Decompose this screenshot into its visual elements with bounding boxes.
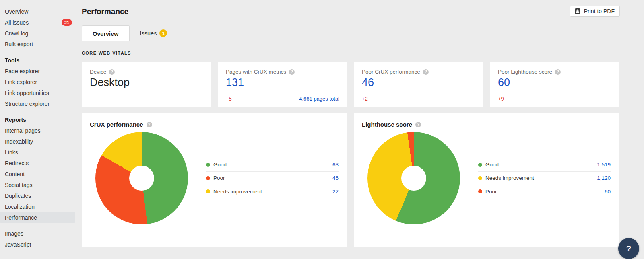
chart-body: Good 1,519 Needs improvement 1,120 (362, 132, 611, 224)
help-icon[interactable]: ? (555, 69, 561, 75)
legend-row-needs-improvement: Needs improvement 1,120 (478, 172, 611, 185)
crux-performance-chart-card: CrUX performance ? Good 63 (82, 113, 347, 247)
legend-label: Good (206, 162, 227, 168)
print-to-pdf-button[interactable]: Print to PDF (570, 6, 620, 17)
poor-lighthouse-value[interactable]: 60 (498, 76, 611, 89)
sidebar-item-label: Structure explorer (5, 101, 50, 107)
lighthouse-score-chart-card: Lighthouse score ? Good 1,519 (354, 113, 619, 247)
chart-body: Good 63 Poor 46 Needs (90, 132, 339, 224)
section-title-core-web-vitals: CORE WEB VITALS (82, 51, 620, 56)
page-title: Performance (82, 7, 128, 16)
poor-dot-icon (478, 189, 482, 193)
print-pdf-label: Print to PDF (584, 8, 615, 14)
sidebar-item-internal-pages[interactable]: Internal pages (0, 125, 75, 136)
crux-legend: Good 63 Poor 46 Needs (206, 158, 339, 198)
stat-card-device: Device ? Desktop (82, 62, 211, 107)
sidebar-item-duplicates[interactable]: Duplicates (0, 190, 75, 201)
stat-card-footer: +2 (362, 96, 475, 102)
legend-row-poor: Poor 46 (206, 172, 339, 185)
stat-card-footer: −5 4,661 pages total (226, 96, 339, 102)
sidebar-item-content[interactable]: Content (0, 169, 75, 179)
legend-value-link[interactable]: 46 (332, 175, 339, 181)
sidebar-item-localization[interactable]: Localization (0, 201, 75, 212)
sidebar-item-social-tags[interactable]: Social tags (0, 179, 75, 190)
legend-value-link[interactable]: 60 (605, 189, 611, 195)
legend-row-good: Good 63 (206, 158, 339, 172)
delta-value: +2 (362, 96, 368, 102)
sidebar-item-link-opportunities[interactable]: Link opportunities (0, 87, 75, 98)
stat-card-label: Device ? (90, 69, 203, 75)
sidebar-item-images[interactable]: Images (0, 228, 75, 239)
sidebar-item-label: Page explorer (5, 68, 40, 74)
chart-title: CrUX performance ? (90, 121, 339, 128)
legend-row-good: Good 1,519 (478, 158, 611, 172)
tab-label: Overview (93, 31, 119, 37)
tab-issues[interactable]: Issues 1 (130, 25, 178, 41)
sidebar-item-indexability[interactable]: Indexability (0, 136, 75, 147)
delta-value: +9 (498, 96, 504, 102)
sidebar-item-crawl-log[interactable]: Crawl log (0, 28, 75, 39)
donut-hole (401, 166, 426, 191)
sidebar-item-all-issues[interactable]: All issues 21 (0, 17, 75, 28)
sidebar-item-label: Localization (5, 204, 35, 210)
sidebar-header-reports: Reports (0, 114, 75, 125)
sidebar-item-label: Duplicates (5, 193, 31, 199)
poor-dot-icon (206, 176, 210, 180)
help-icon[interactable]: ? (289, 69, 295, 75)
help-icon[interactable]: ? (423, 69, 429, 75)
legend-label: Poor (478, 189, 497, 195)
legend-label: Needs improvement (206, 189, 262, 195)
help-icon[interactable]: ? (147, 122, 152, 127)
sidebar-item-performance[interactable]: Performance (0, 212, 75, 223)
device-value: Desktop (90, 76, 203, 89)
sidebar-item-redirects[interactable]: Redirects (0, 158, 75, 169)
help-icon[interactable]: ? (415, 122, 421, 127)
sidebar-item-link-explorer[interactable]: Link explorer (0, 76, 75, 87)
sidebar-item-links[interactable]: Links (0, 147, 75, 158)
pages-total-link[interactable]: 4,661 pages total (299, 96, 339, 102)
poor-crux-value[interactable]: 46 (362, 76, 475, 89)
help-fab-button[interactable]: ? (618, 238, 639, 259)
legend-label: Good (478, 162, 499, 168)
sidebar-item-overview[interactable]: Overview (0, 6, 75, 17)
sidebar-item-label: Content (5, 171, 25, 177)
stat-card-pages-with-crux: Pages with CrUX metrics ? 131 −5 4,661 p… (218, 62, 347, 107)
stat-card-poor-crux: Poor CrUX performance ? 46 +2 (354, 62, 483, 107)
sidebar-group-reports: Reports Internal pages Indexability Link… (0, 114, 75, 223)
sidebar-item-label: JavaScript (5, 241, 31, 248)
issues-count-badge: 21 (62, 19, 72, 26)
sidebar-group-assets: Images JavaScript (0, 228, 75, 250)
sidebar-item-page-explorer[interactable]: Page explorer (0, 66, 75, 76)
crux-donut-chart[interactable] (95, 132, 188, 224)
help-icon[interactable]: ? (109, 69, 115, 75)
legend-value-link[interactable]: 22 (332, 189, 339, 195)
sidebar-item-structure-explorer[interactable]: Structure explorer (0, 98, 75, 109)
main-content: Performance Print to PDF Overview Issues… (82, 0, 620, 247)
legend-label: Poor (206, 175, 225, 181)
sidebar-item-label: Link opportunities (5, 90, 49, 96)
tab-issues-count-badge: 1 (159, 29, 167, 37)
legend-value-link[interactable]: 1,519 (597, 162, 611, 168)
stat-card-label: Poor Lighthouse score ? (498, 69, 611, 75)
sidebar: Overview All issues 21 Crawl log Bulk ex… (0, 0, 75, 255)
sidebar-item-label: Internal pages (5, 127, 41, 134)
sidebar-item-javascript[interactable]: JavaScript (0, 239, 75, 250)
sidebar-item-label: Images (5, 230, 23, 237)
pages-with-crux-value[interactable]: 131 (226, 76, 339, 89)
stat-card-label: Pages with CrUX metrics ? (226, 69, 339, 75)
tab-overview[interactable]: Overview (82, 25, 130, 41)
legend-value-link[interactable]: 1,120 (597, 175, 611, 181)
lighthouse-donut-chart[interactable] (367, 132, 460, 224)
chart-title: Lighthouse score ? (362, 121, 611, 128)
stat-card-footer: +9 (498, 96, 611, 102)
sidebar-item-label: Crawl log (5, 30, 28, 37)
print-pdf-icon (574, 8, 581, 14)
sidebar-item-label: All issues (5, 19, 29, 26)
needs-improvement-dot-icon (206, 189, 210, 193)
legend-value-link[interactable]: 63 (332, 162, 339, 168)
legend-label: Needs improvement (478, 175, 534, 181)
tab-label: Issues (140, 30, 157, 37)
needs-improvement-dot-icon (478, 176, 482, 180)
sidebar-item-bulk-export[interactable]: Bulk export (0, 39, 75, 49)
tab-bar: Overview Issues 1 (82, 25, 620, 41)
